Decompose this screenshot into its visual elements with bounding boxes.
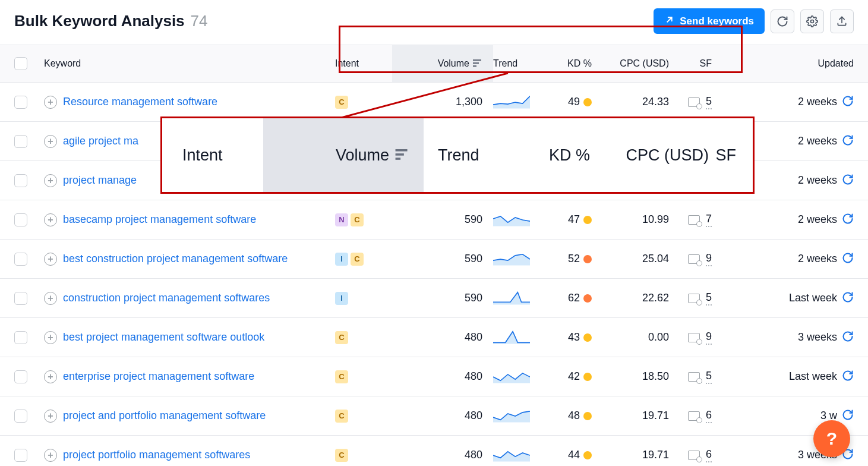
intent-badges: I bbox=[335, 292, 392, 305]
row-checkbox[interactable] bbox=[14, 331, 27, 344]
column-volume[interactable]: Volume bbox=[392, 45, 493, 82]
expand-icon[interactable]: + bbox=[44, 213, 57, 226]
refresh-row-icon[interactable] bbox=[842, 252, 854, 266]
sf-value[interactable]: 9 bbox=[706, 330, 712, 345]
intent-badges: C bbox=[335, 331, 392, 344]
serp-icon[interactable] bbox=[688, 451, 700, 460]
serp-icon[interactable] bbox=[688, 411, 700, 421]
callout-volume: Volume bbox=[263, 118, 424, 192]
row-checkbox[interactable] bbox=[14, 96, 27, 109]
expand-icon[interactable]: + bbox=[44, 253, 57, 266]
row-checkbox[interactable] bbox=[14, 174, 27, 187]
sf-value[interactable]: 5 bbox=[706, 370, 712, 384]
kd-dot bbox=[583, 98, 592, 106]
sf-value[interactable]: 5 bbox=[706, 95, 712, 109]
serp-icon[interactable] bbox=[688, 372, 700, 382]
row-checkbox[interactable] bbox=[14, 449, 27, 462]
refresh-row-icon[interactable] bbox=[842, 409, 854, 423]
settings-button[interactable] bbox=[800, 10, 824, 33]
help-fab-button[interactable]: ? bbox=[813, 420, 850, 457]
trend-sparkline bbox=[493, 250, 530, 266]
row-checkbox[interactable] bbox=[14, 370, 27, 383]
refresh-row-icon[interactable] bbox=[842, 95, 854, 109]
expand-icon[interactable]: + bbox=[44, 331, 57, 344]
table-header: Keyword Intent Volume Trend KD % CPC (US… bbox=[0, 45, 868, 83]
sort-desc-icon bbox=[473, 59, 482, 68]
export-button[interactable] bbox=[830, 10, 854, 33]
svg-rect-1 bbox=[473, 59, 481, 61]
column-sf[interactable]: SF bbox=[669, 58, 712, 69]
row-checkbox[interactable] bbox=[14, 292, 27, 305]
trend-sparkline bbox=[493, 367, 530, 384]
keyword-link[interactable]: project portfolio management softwares bbox=[63, 449, 250, 461]
column-kd[interactable]: KD % bbox=[544, 58, 592, 69]
keyword-link[interactable]: best construction project management sof… bbox=[63, 253, 288, 265]
refresh-all-button[interactable] bbox=[771, 10, 794, 33]
volume-value: 480 bbox=[465, 449, 482, 461]
updated-value: Last week bbox=[789, 370, 837, 383]
intent-badges: C bbox=[335, 96, 392, 109]
trend-sparkline bbox=[493, 289, 530, 306]
refresh-row-icon[interactable] bbox=[842, 370, 854, 384]
intent-badge-c: C bbox=[351, 213, 364, 226]
expand-icon[interactable]: + bbox=[44, 410, 57, 423]
volume-value: 480 bbox=[465, 370, 482, 383]
sf-value[interactable]: 7 bbox=[706, 213, 712, 227]
row-checkbox[interactable] bbox=[14, 253, 27, 266]
column-cpc[interactable]: CPC (USD) bbox=[592, 58, 669, 69]
row-checkbox[interactable] bbox=[14, 213, 27, 226]
sf-value[interactable]: 9 bbox=[706, 252, 712, 266]
kd-value: 47 bbox=[568, 213, 580, 226]
intent-badge-c: C bbox=[335, 96, 348, 109]
expand-icon[interactable]: + bbox=[44, 96, 57, 109]
row-checkbox[interactable] bbox=[14, 135, 27, 148]
expand-icon[interactable]: + bbox=[44, 174, 57, 187]
refresh-row-icon[interactable] bbox=[842, 330, 854, 345]
cpc-value: 25.04 bbox=[642, 253, 669, 265]
sf-value[interactable]: 5 bbox=[706, 291, 712, 306]
refresh-row-icon[interactable] bbox=[842, 174, 854, 188]
keyword-link[interactable]: basecamp project management software bbox=[63, 213, 256, 226]
serp-icon[interactable] bbox=[688, 97, 700, 107]
keyword-link[interactable]: construction project management software… bbox=[63, 292, 270, 304]
serp-icon[interactable] bbox=[688, 294, 700, 303]
column-trend[interactable]: Trend bbox=[493, 58, 544, 69]
row-checkbox[interactable] bbox=[14, 410, 27, 423]
refresh-row-icon[interactable] bbox=[842, 291, 854, 306]
column-keyword[interactable]: Keyword bbox=[44, 58, 335, 69]
expand-icon[interactable]: + bbox=[44, 135, 57, 148]
refresh-row-icon[interactable] bbox=[842, 213, 854, 227]
refresh-row-icon[interactable] bbox=[842, 134, 854, 149]
serp-icon[interactable] bbox=[688, 254, 700, 264]
updated-value: Last week bbox=[789, 292, 837, 304]
keyword-link[interactable]: enterprise project management software bbox=[63, 370, 254, 383]
column-intent[interactable]: Intent bbox=[335, 58, 392, 69]
sf-value[interactable]: 6 bbox=[706, 409, 712, 423]
kd-dot bbox=[583, 216, 592, 224]
expand-icon[interactable]: + bbox=[44, 449, 57, 462]
select-all-checkbox[interactable] bbox=[14, 57, 27, 70]
cpc-value: 10.99 bbox=[642, 213, 669, 225]
table-row: +project portfolio management softwaresC… bbox=[0, 436, 868, 466]
kd-dot bbox=[583, 333, 592, 342]
kd-value: 43 bbox=[568, 331, 580, 344]
serp-icon[interactable] bbox=[688, 333, 700, 342]
keyword-link[interactable]: project manage bbox=[63, 174, 137, 187]
intent-badge-c: C bbox=[335, 370, 348, 383]
intent-badge-i: I bbox=[335, 292, 348, 305]
keyword-link[interactable]: Resource management software bbox=[63, 96, 217, 108]
serp-icon[interactable] bbox=[688, 215, 700, 225]
expand-icon[interactable]: + bbox=[44, 292, 57, 305]
svg-rect-3 bbox=[473, 65, 476, 67]
keyword-link[interactable]: agile project ma bbox=[63, 135, 138, 147]
volume-value: 480 bbox=[465, 331, 482, 344]
column-updated[interactable]: Updated bbox=[712, 58, 854, 69]
keyword-link[interactable]: best project management software outlook bbox=[63, 331, 264, 344]
volume-value: 590 bbox=[465, 292, 482, 304]
keyword-link[interactable]: project and portfolio management softwar… bbox=[63, 410, 266, 422]
send-keywords-button[interactable]: Send keywords bbox=[654, 8, 765, 34]
trend-sparkline bbox=[493, 446, 530, 462]
page-header: Bulk Keyword Analysis 74 Send keywords bbox=[0, 0, 868, 45]
expand-icon[interactable]: + bbox=[44, 370, 57, 383]
sf-value[interactable]: 6 bbox=[706, 448, 712, 462]
